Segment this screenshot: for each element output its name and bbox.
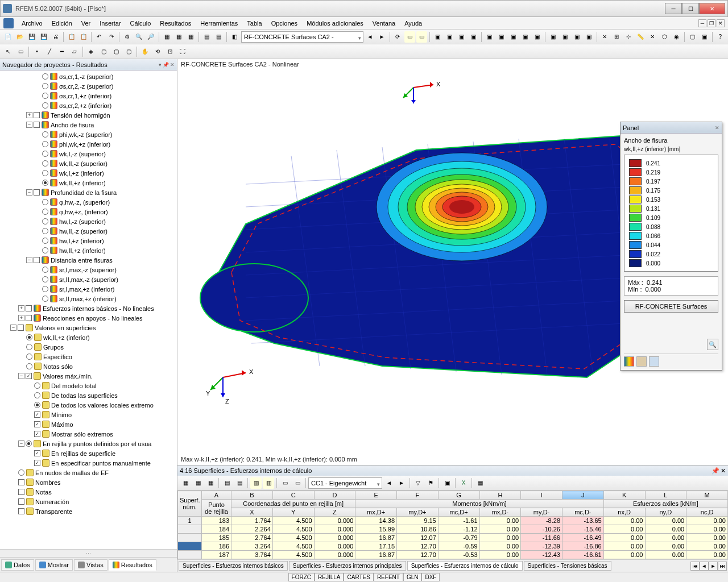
- expand-icon[interactable]: −: [18, 373, 24, 379]
- module-button[interactable]: RF-CONCRETE Surfaces: [624, 300, 718, 313]
- legend-tab-filter-icon[interactable]: [649, 356, 659, 367]
- rotate-icon[interactable]: ⟲: [152, 46, 163, 57]
- tool-h-icon[interactable]: ▣: [520, 31, 531, 43]
- tool-i-icon[interactable]: ▣: [532, 31, 543, 43]
- grid-tool9-icon[interactable]: ▭: [292, 477, 303, 489]
- checkbox[interactable]: ✓: [34, 411, 40, 418]
- tree-item[interactable]: phi,wk,+z (inferior): [0, 139, 177, 149]
- tree-item[interactable]: ✓En especificar puntos manualmente: [0, 458, 177, 468]
- tool-k-icon[interactable]: ▣: [560, 31, 570, 43]
- radio[interactable]: [34, 383, 40, 389]
- radio[interactable]: [42, 199, 48, 205]
- help-icon[interactable]: ?: [715, 31, 726, 43]
- mdi-minimize-icon[interactable]: ─: [698, 19, 706, 27]
- radio[interactable]: [42, 286, 48, 292]
- radio[interactable]: [18, 469, 24, 476]
- copy-icon[interactable]: 📋: [66, 31, 77, 43]
- radio[interactable]: [26, 334, 32, 340]
- tool-m-icon[interactable]: ▣: [584, 31, 594, 43]
- menu-modulos[interactable]: Módulos adicionales: [302, 18, 368, 28]
- tool-b-icon[interactable]: ▣: [444, 31, 455, 43]
- gtab-principales[interactable]: Superficies - Esfuerzos internos princip…: [289, 561, 406, 571]
- pan-icon[interactable]: ✋: [139, 46, 151, 57]
- module-combo[interactable]: RF-CONCRETE Surfaces CA2 - Nonlinea: [241, 31, 363, 43]
- tree-item[interactable]: hw,I,-z (superior): [0, 217, 177, 226]
- tree-item[interactable]: −Distancia entre fisuras: [0, 255, 177, 265]
- tool-c-icon[interactable]: ▣: [456, 31, 467, 43]
- tree-item[interactable]: sr,I,max,+z (inferior): [0, 284, 177, 294]
- tree-item[interactable]: Transparente: [0, 506, 177, 516]
- tree-item[interactable]: ✓Mostrar sólo extremos: [0, 429, 177, 439]
- grid-icon[interactable]: ⊞: [611, 31, 622, 43]
- result2-icon[interactable]: ▭: [416, 31, 427, 43]
- gtab-tensiones[interactable]: Superficies - Tensiones básicas: [524, 561, 611, 571]
- app-menu-icon[interactable]: [3, 18, 14, 28]
- checkbox[interactable]: [18, 498, 24, 505]
- radio[interactable]: [42, 141, 48, 147]
- surface-icon[interactable]: ▱: [69, 46, 80, 57]
- tree-item[interactable]: De todas las superficies: [0, 390, 177, 400]
- tree-item[interactable]: sr,II,max,-z (superior): [0, 275, 177, 284]
- grid-tool7-icon[interactable]: ▥: [263, 477, 274, 489]
- radio[interactable]: [42, 296, 48, 302]
- view3-icon[interactable]: ▦: [185, 31, 196, 43]
- tree-item[interactable]: hw,II,+z (inferior): [0, 246, 177, 255]
- redo-icon[interactable]: ↷: [106, 31, 117, 43]
- legend-panel[interactable]: Panel ✕ Ancho de fisura wk,II,+z (inferi…: [620, 122, 722, 371]
- menu-archivo[interactable]: Archivo: [17, 18, 47, 28]
- radio[interactable]: [26, 344, 32, 350]
- prev-icon[interactable]: ◄: [365, 31, 375, 43]
- gtab-prev-icon[interactable]: ◄: [700, 562, 709, 571]
- result1-icon[interactable]: ▭: [404, 31, 415, 43]
- radio[interactable]: [42, 238, 48, 244]
- tree-item[interactable]: ✓Mínimo: [0, 410, 177, 419]
- tool-a-icon[interactable]: ▣: [432, 31, 443, 43]
- tree-item[interactable]: Grupos: [0, 342, 177, 352]
- maximize-button[interactable]: ☐: [682, 3, 699, 14]
- tree-item[interactable]: +Reacciones en apoyos - No lineales: [0, 313, 177, 323]
- radio[interactable]: [42, 131, 48, 138]
- menu-ver[interactable]: Ver: [77, 18, 96, 28]
- tree-item[interactable]: σs,cr,2,+z (inferior): [0, 101, 177, 110]
- table-row[interactable]: 1852.7644.5000.00016.8712.07-0.790.00-11…: [178, 534, 728, 542]
- model-viewport[interactable]: RF-CONCRETE Surfaces CA2 - Nonlinear: [177, 59, 728, 465]
- grid-goto-icon[interactable]: ▣: [441, 477, 453, 489]
- checkbox[interactable]: [34, 112, 40, 118]
- radio[interactable]: [42, 160, 48, 167]
- zoom-icon[interactable]: 🔎: [146, 31, 156, 43]
- radio[interactable]: [26, 440, 32, 447]
- grid-tool5-icon[interactable]: ▤: [234, 477, 245, 489]
- grid-tool8-icon[interactable]: ▭: [279, 477, 291, 489]
- expand-icon[interactable]: +: [18, 315, 24, 321]
- grid-close-icon[interactable]: ✕: [721, 467, 726, 475]
- nav-dropdown-icon[interactable]: ▾: [159, 62, 162, 68]
- tree-item[interactable]: −Profundidad de la fisura: [0, 188, 177, 197]
- expand-icon[interactable]: −: [18, 440, 24, 447]
- view2-icon[interactable]: ▦: [173, 31, 184, 43]
- tree-item[interactable]: Notas: [0, 487, 177, 497]
- tree-item[interactable]: +Tensión del hormigón: [0, 110, 177, 120]
- tree-item[interactable]: −✓Valores máx./mín.: [0, 371, 177, 381]
- view-y-icon[interactable]: ▢: [110, 46, 122, 57]
- checkbox[interactable]: ✓: [34, 421, 40, 427]
- checkbox[interactable]: [34, 189, 40, 196]
- member-icon[interactable]: ━: [56, 46, 68, 57]
- gtab-next-icon[interactable]: ►: [709, 562, 718, 571]
- expand-icon[interactable]: −: [26, 257, 32, 263]
- tree-item[interactable]: wk,I,-z (superior): [0, 149, 177, 159]
- menu-insertar[interactable]: Insertar: [95, 18, 125, 28]
- checkbox[interactable]: [18, 489, 24, 495]
- wire-icon[interactable]: ▢: [687, 31, 698, 43]
- radio[interactable]: [42, 102, 48, 109]
- print-icon[interactable]: 🖨: [50, 31, 61, 43]
- minimize-button[interactable]: ─: [665, 3, 682, 14]
- view-x-icon[interactable]: ▢: [98, 46, 109, 57]
- tree-item[interactable]: wk,I,+z (inferior): [0, 168, 177, 178]
- tree-item[interactable]: −En rejilla y puntos definidos por el us…: [0, 439, 177, 448]
- close-button[interactable]: ✕: [699, 3, 725, 14]
- nav-close-icon[interactable]: ✕: [170, 62, 175, 68]
- radio[interactable]: [42, 209, 48, 215]
- legend-tab-color-icon[interactable]: [624, 356, 634, 367]
- radio[interactable]: [42, 151, 48, 157]
- tree-item[interactable]: −Ancho de fisura: [0, 120, 177, 130]
